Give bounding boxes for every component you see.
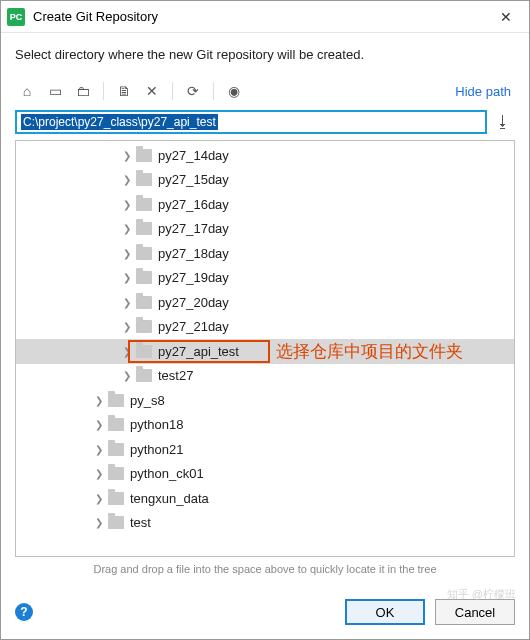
folder-icon xyxy=(136,369,152,382)
toolbar: ⌂ ▭ 🗀 🗎 ✕ ⟳ ◉ Hide path xyxy=(15,76,515,106)
folder-icon xyxy=(136,296,152,309)
tree-node-label: python21 xyxy=(130,442,184,457)
tree-node[interactable]: ❯py27_17day xyxy=(16,217,514,242)
directory-tree[interactable]: ❯py27_14day❯py27_15day❯py27_16day❯py27_1… xyxy=(15,140,515,557)
tree-node-label: py27_15day xyxy=(158,172,229,187)
chevron-right-icon[interactable]: ❯ xyxy=(120,248,134,259)
refresh-icon[interactable]: ⟳ xyxy=(181,80,205,102)
window-title: Create Git Repository xyxy=(33,9,483,24)
chevron-right-icon[interactable]: ❯ xyxy=(120,150,134,161)
folder-icon xyxy=(108,516,124,529)
hide-path-link[interactable]: Hide path xyxy=(455,84,511,99)
folder-icon xyxy=(136,198,152,211)
new-folder-icon[interactable]: 🗀 xyxy=(71,80,95,102)
tree-node[interactable]: ❯py_s8 xyxy=(16,388,514,413)
path-input[interactable]: C:\project\py27_class\py27_api_test xyxy=(15,110,487,134)
chevron-right-icon[interactable]: ❯ xyxy=(120,272,134,283)
folder-icon xyxy=(136,320,152,333)
chevron-right-icon[interactable]: ❯ xyxy=(120,223,134,234)
folder-icon xyxy=(108,467,124,480)
module-icon[interactable]: ▭ xyxy=(43,80,67,102)
chevron-right-icon[interactable]: ❯ xyxy=(92,444,106,455)
tree-node[interactable]: ❯py27_19day xyxy=(16,266,514,291)
help-button[interactable]: ? xyxy=(15,603,33,621)
folder-icon xyxy=(136,173,152,186)
toolbar-separator xyxy=(213,82,214,100)
chevron-right-icon[interactable]: ❯ xyxy=(120,321,134,332)
tree-node[interactable]: ❯python_ck01 xyxy=(16,462,514,487)
tree-node[interactable]: ❯py27_16day xyxy=(16,192,514,217)
tree-node[interactable]: ❯tengxun_data xyxy=(16,486,514,511)
tree-node[interactable]: ❯py27_18day xyxy=(16,241,514,266)
tree-node[interactable]: ❯py27_14day xyxy=(16,143,514,168)
chevron-right-icon[interactable]: ❯ xyxy=(92,517,106,528)
drag-drop-hint: Drag and drop a file into the space abov… xyxy=(15,557,515,579)
tree-node-label: test xyxy=(130,515,151,530)
chevron-right-icon[interactable]: ❯ xyxy=(120,174,134,185)
tree-node-label: test27 xyxy=(158,368,193,383)
history-dropdown-icon[interactable]: ⭳ xyxy=(491,110,515,134)
path-input-value: C:\project\py27_class\py27_api_test xyxy=(21,114,218,130)
chevron-right-icon[interactable]: ❯ xyxy=(120,199,134,210)
tree-node-label: py27_18day xyxy=(158,246,229,261)
watermark: 知乎 @柠檬班 xyxy=(447,587,516,602)
annotation-text: 选择仓库中项目的文件夹 xyxy=(276,340,463,363)
tree-node-label: py27_21day xyxy=(158,319,229,334)
chevron-right-icon[interactable]: ❯ xyxy=(92,419,106,430)
home-icon[interactable]: ⌂ xyxy=(15,80,39,102)
toolbar-separator xyxy=(172,82,173,100)
tree-node[interactable]: ❯test27 xyxy=(16,364,514,389)
close-button[interactable]: ✕ xyxy=(483,1,529,33)
folder-icon xyxy=(136,247,152,260)
chevron-right-icon[interactable]: ❯ xyxy=(92,468,106,479)
toolbar-separator xyxy=(103,82,104,100)
show-hidden-icon[interactable]: ◉ xyxy=(222,80,246,102)
delete-icon[interactable]: ✕ xyxy=(140,80,164,102)
tree-node-label: py27_17day xyxy=(158,221,229,236)
tree-node[interactable]: ❯py27_21day xyxy=(16,315,514,340)
tree-node-label: py27_16day xyxy=(158,197,229,212)
tree-node[interactable]: ❯py27_15day xyxy=(16,168,514,193)
tree-node-label: py27_14day xyxy=(158,148,229,163)
dialog-window: PC Create Git Repository ✕ Select direct… xyxy=(0,0,530,640)
copy-icon[interactable]: 🗎 xyxy=(112,80,136,102)
chevron-right-icon[interactable]: ❯ xyxy=(120,370,134,381)
chevron-right-icon[interactable]: ❯ xyxy=(120,297,134,308)
tree-node-label: py_s8 xyxy=(130,393,165,408)
tree-node-label: py27_19day xyxy=(158,270,229,285)
ok-button[interactable]: OK xyxy=(345,599,425,625)
tree-node-label: python_ck01 xyxy=(130,466,204,481)
chevron-right-icon[interactable]: ❯ xyxy=(92,493,106,504)
tree-node[interactable]: ❯py27_20day xyxy=(16,290,514,315)
annotation-box xyxy=(128,340,270,363)
folder-icon xyxy=(136,271,152,284)
instruction-text: Select directory where the new Git repos… xyxy=(15,47,515,62)
tree-node-label: py27_20day xyxy=(158,295,229,310)
folder-icon xyxy=(136,222,152,235)
tree-node-label: python18 xyxy=(130,417,184,432)
tree-node-label: tengxun_data xyxy=(130,491,209,506)
tree-node[interactable]: ❯python18 xyxy=(16,413,514,438)
folder-icon xyxy=(108,492,124,505)
dialog-content: Select directory where the new Git repos… xyxy=(1,33,529,589)
chevron-right-icon[interactable]: ❯ xyxy=(92,395,106,406)
tree-node[interactable]: ❯python21 xyxy=(16,437,514,462)
folder-icon xyxy=(108,394,124,407)
tree-node[interactable]: ❯test xyxy=(16,511,514,536)
app-icon: PC xyxy=(7,8,25,26)
titlebar: PC Create Git Repository ✕ xyxy=(1,1,529,33)
folder-icon xyxy=(108,418,124,431)
folder-icon xyxy=(136,149,152,162)
folder-icon xyxy=(108,443,124,456)
cancel-button[interactable]: Cancel xyxy=(435,599,515,625)
path-row: C:\project\py27_class\py27_api_test ⭳ xyxy=(15,110,515,134)
